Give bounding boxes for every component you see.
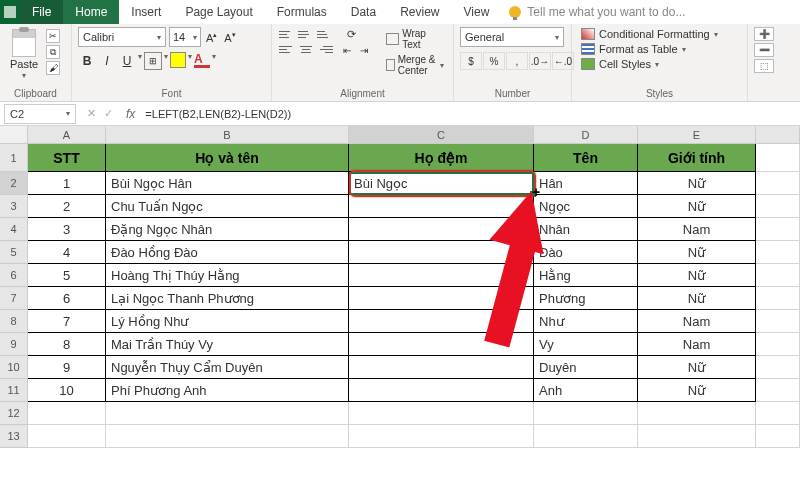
row-header-6[interactable]: 6 (0, 264, 28, 287)
row-header-8[interactable]: 8 (0, 310, 28, 333)
row-header-12[interactable]: 12 (0, 402, 28, 425)
cell[interactable] (756, 287, 800, 310)
cell[interactable]: Họ đệm (349, 144, 534, 172)
select-all-corner[interactable] (0, 126, 28, 144)
cell[interactable]: Giới tính (638, 144, 756, 172)
cut-button[interactable]: ✂ (46, 29, 60, 43)
col-header-E[interactable]: E (638, 126, 756, 144)
wrap-text-button[interactable]: Wrap Text (383, 27, 447, 51)
cell[interactable]: 1 (28, 172, 106, 195)
cell[interactable]: Mai Trần Thúy Vy (106, 333, 349, 356)
decrease-indent[interactable]: ⇤ (342, 43, 358, 57)
cell[interactable]: Như (534, 310, 638, 333)
tab-file[interactable]: File (20, 0, 63, 24)
cell[interactable]: 5 (28, 264, 106, 287)
cell[interactable]: Vy (534, 333, 638, 356)
cell[interactable] (106, 402, 349, 425)
row-header-11[interactable]: 11 (0, 379, 28, 402)
cell[interactable] (349, 379, 534, 402)
row-header-10[interactable]: 10 (0, 356, 28, 379)
cell[interactable] (349, 287, 534, 310)
italic-button[interactable]: I (98, 52, 116, 70)
delete-cells-button[interactable]: ➖ (754, 43, 774, 57)
align-bottom[interactable] (316, 27, 334, 41)
cell[interactable]: Nam (638, 218, 756, 241)
cell[interactable] (756, 379, 800, 402)
cell[interactable] (756, 264, 800, 287)
cell[interactable]: Lại Ngọc Thanh Phương (106, 287, 349, 310)
cell[interactable]: 8 (28, 333, 106, 356)
cell[interactable]: Nam (638, 333, 756, 356)
cell[interactable]: Ngọc (534, 195, 638, 218)
cell[interactable]: Nam (638, 310, 756, 333)
row-header-1[interactable]: 1 (0, 144, 28, 172)
decrease-decimal[interactable]: ←.0 (552, 52, 574, 70)
cell[interactable]: Nhân (534, 218, 638, 241)
tab-data[interactable]: Data (339, 0, 388, 24)
cell[interactable] (756, 195, 800, 218)
comma-format[interactable]: , (506, 52, 528, 70)
align-right[interactable] (316, 42, 334, 56)
format-cells-button[interactable]: ⬚ (754, 59, 774, 73)
formula-input[interactable]: =LEFT(B2,LEN(B2)-LEN(D2)) (141, 108, 800, 120)
format-as-table-button[interactable]: Format as Table▾ (578, 42, 721, 56)
row-header-9[interactable]: 9 (0, 333, 28, 356)
cell[interactable] (638, 402, 756, 425)
cell[interactable]: 6 (28, 287, 106, 310)
cell[interactable]: Đào Hồng Đào (106, 241, 349, 264)
increase-decimal[interactable]: .0→ (529, 52, 551, 70)
cell[interactable]: Lý Hồng Như (106, 310, 349, 333)
cell[interactable]: Nguyễn Thụy Cẩm Duyên (106, 356, 349, 379)
cell[interactable]: Bùi Ngọc Hân (106, 172, 349, 195)
cell[interactable]: 7 (28, 310, 106, 333)
cell[interactable] (756, 402, 800, 425)
orientation-button[interactable]: ⟳ (342, 27, 360, 41)
cell[interactable]: Nữ (638, 356, 756, 379)
cell[interactable]: Tên (534, 144, 638, 172)
align-middle[interactable] (297, 27, 315, 41)
cell[interactable]: Nữ (638, 195, 756, 218)
format-painter-button[interactable]: 🖌 (46, 61, 60, 75)
col-header-D[interactable]: D (534, 126, 638, 144)
cell[interactable] (756, 310, 800, 333)
cell[interactable]: Đào (534, 241, 638, 264)
cell[interactable]: Hằng (534, 264, 638, 287)
row-header-3[interactable]: 3 (0, 195, 28, 218)
copy-button[interactable]: ⧉ (46, 45, 60, 59)
cell[interactable] (28, 425, 106, 448)
cell[interactable]: Duyên (534, 356, 638, 379)
cell[interactable] (756, 218, 800, 241)
cell[interactable] (349, 310, 534, 333)
cell[interactable]: Nữ (638, 241, 756, 264)
borders-button[interactable]: ⊞ (144, 52, 162, 70)
col-header-C[interactable]: C (349, 126, 534, 144)
underline-button[interactable]: U (118, 52, 136, 70)
cell[interactable] (756, 425, 800, 448)
cell-styles-button[interactable]: Cell Styles▾ (578, 57, 721, 71)
row-header-4[interactable]: 4 (0, 218, 28, 241)
cell[interactable]: Chu Tuấn Ngọc (106, 195, 349, 218)
insert-cells-button[interactable]: ➕ (754, 27, 774, 41)
tab-view[interactable]: View (452, 0, 502, 24)
tab-insert[interactable]: Insert (119, 0, 173, 24)
percent-format[interactable]: % (483, 52, 505, 70)
cell[interactable]: Phí Phương Anh (106, 379, 349, 402)
cell[interactable] (349, 356, 534, 379)
cell[interactable] (638, 425, 756, 448)
name-box[interactable]: C2▾ (4, 104, 76, 124)
cell[interactable]: 4 (28, 241, 106, 264)
cell[interactable] (756, 356, 800, 379)
cell[interactable] (349, 264, 534, 287)
align-left[interactable] (278, 42, 296, 56)
merge-center-button[interactable]: Merge & Center▾ (383, 53, 447, 77)
row-header-2[interactable]: 2 (0, 172, 28, 195)
tab-home[interactable]: Home (63, 0, 119, 24)
row-header-7[interactable]: 7 (0, 287, 28, 310)
cell[interactable]: Họ và tên (106, 144, 349, 172)
tell-me[interactable]: Tell me what you want to do... (509, 0, 685, 24)
cell[interactable] (534, 402, 638, 425)
col-header-A[interactable]: A (28, 126, 106, 144)
enter-formula-button[interactable]: ✓ (101, 107, 116, 120)
cell[interactable]: Phương (534, 287, 638, 310)
cell[interactable]: Nữ (638, 264, 756, 287)
